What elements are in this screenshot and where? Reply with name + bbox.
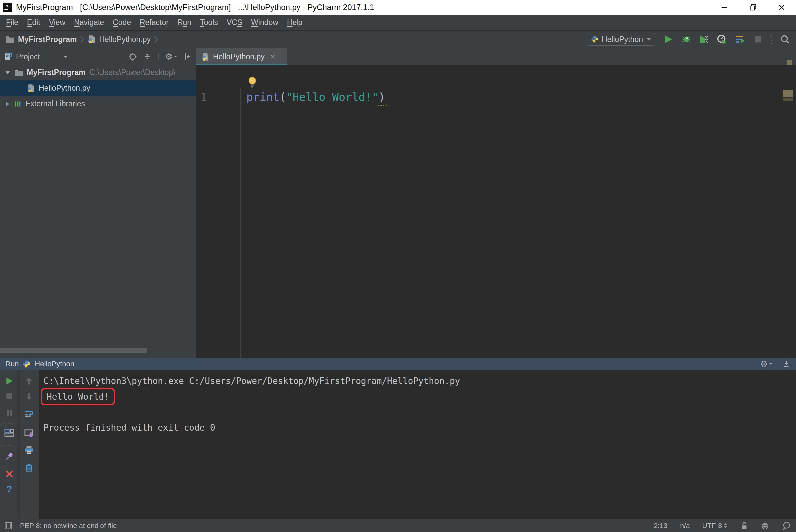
pause-output-button[interactable]: [4, 407, 15, 419]
project-root-path: C:\Users\Power\Desktop\: [89, 68, 175, 77]
warning-stripe-mark[interactable]: [783, 98, 793, 101]
menu-item-navigate[interactable]: Navigate: [70, 18, 108, 27]
run-button[interactable]: [663, 34, 673, 44]
window-title: MyFirstProgram - [C:\Users\Power\Desktop…: [16, 3, 374, 12]
project-tool-window: Project ⚙: [0, 48, 196, 358]
code-line-1: print("Hello World!"): [246, 91, 385, 104]
tree-row-hellopython-file[interactable]: HelloPython.py: [0, 80, 196, 96]
console-line-output: Hello World!: [47, 392, 109, 402]
event-log-balloon-icon[interactable]: [782, 521, 791, 530]
minimize-button[interactable]: [710, 0, 739, 15]
status-bar: PEP 8: no newline at end of file 2:13 n/…: [0, 519, 796, 532]
scroll-to-end-button[interactable]: [23, 428, 35, 439]
restore-layout-button[interactable]: [4, 427, 15, 439]
run-with-coverage-button[interactable]: [699, 34, 709, 44]
hide-panel-icon[interactable]: [183, 52, 192, 61]
folder-icon: [14, 69, 23, 77]
run-console[interactable]: C:\Intel\Python3\python.exe C:/Users/Pow…: [39, 370, 796, 519]
stop-button[interactable]: [753, 34, 763, 44]
menu-item-vcs[interactable]: VCS: [222, 18, 247, 27]
print-button[interactable]: [23, 444, 35, 456]
external-libraries-icon: [14, 100, 22, 108]
hide-tool-window-icon[interactable]: [782, 360, 791, 368]
tree-collapsed-arrow-icon[interactable]: [3, 101, 13, 107]
lock-open-icon[interactable]: [740, 521, 748, 530]
menu-item-tools[interactable]: Tools: [196, 18, 222, 27]
run-config-name: HelloPython: [35, 360, 74, 368]
close-tool-window-button[interactable]: [4, 469, 15, 480]
chevron-right-icon: [80, 36, 84, 43]
toolbar-separator: [771, 35, 772, 44]
close-window-button[interactable]: [767, 0, 796, 15]
search-everywhere-icon[interactable]: [780, 34, 790, 44]
python-file-icon: [87, 35, 96, 43]
run-configuration-select[interactable]: HelloPython: [587, 33, 655, 45]
horizontal-scrollbar-thumb[interactable]: [0, 348, 147, 353]
breadcrumb-project[interactable]: MyFirstProgram: [18, 35, 76, 44]
weak-warning-squiggle: [378, 105, 388, 107]
annotation-red-box: Hello World!: [41, 388, 115, 405]
project-panel-title[interactable]: Project: [16, 52, 40, 61]
pycharm-logo-icon: PC: [3, 3, 12, 12]
down-stack-trace-button[interactable]: [23, 391, 35, 402]
settings-gear-icon[interactable]: ⚙: [760, 360, 773, 368]
project-view-icon: [4, 52, 13, 61]
soft-wrap-button[interactable]: [23, 408, 35, 419]
edit-configurations-button[interactable]: [735, 34, 745, 44]
rerun-button[interactable]: [4, 375, 15, 387]
tree-row-external-libraries[interactable]: External Libraries: [0, 96, 196, 112]
python-file-icon: [26, 84, 35, 93]
hector-inspector-icon[interactable]: [761, 521, 770, 530]
menu-item-file[interactable]: File: [2, 18, 23, 27]
run-configuration-label: HelloPython: [602, 35, 643, 44]
clear-all-button[interactable]: [23, 462, 35, 473]
code-token-open-paren: (: [279, 91, 286, 104]
menu-item-refactor[interactable]: Refactor: [135, 18, 173, 27]
restore-button[interactable]: [739, 0, 767, 15]
code-editor[interactable]: 1 print("Hello World!"): [196, 65, 796, 358]
toggle-tool-window-icon[interactable]: [4, 521, 13, 530]
run-panel-title: Run: [5, 360, 19, 368]
chevron-down-icon[interactable]: [63, 55, 68, 58]
tab-hellopython[interactable]: HelloPython.py: [196, 48, 287, 65]
warning-stripe-mark[interactable]: [783, 90, 793, 97]
status-message: PEP 8: no newline at end of file: [20, 522, 117, 530]
breadcrumb-file[interactable]: HelloPython.py: [99, 35, 151, 44]
navigation-bar: MyFirstProgram HelloPython.py HelloPytho…: [0, 31, 796, 48]
run-toolbar-column-1: ?: [0, 370, 19, 519]
menu-item-window[interactable]: Window: [247, 18, 283, 27]
run-panel-header: Run HelloPython ⚙: [0, 358, 796, 370]
svg-text:PC: PC: [4, 4, 10, 8]
intention-lightbulb-icon[interactable]: [248, 77, 257, 88]
tree-expanded-arrow-icon[interactable]: [3, 71, 13, 75]
encoding-widget[interactable]: UTF-8: [703, 522, 728, 530]
run-with-profiler-button[interactable]: [717, 34, 727, 44]
menu-item-run[interactable]: Run: [173, 18, 196, 27]
inspection-status-widget[interactable]: [787, 60, 792, 65]
caret-position[interactable]: 2:13: [654, 522, 667, 530]
pin-tab-button[interactable]: [4, 451, 15, 462]
console-line-exit: Process finished with exit code 0: [43, 423, 215, 433]
breadcrumb: MyFirstProgram HelloPython.py: [5, 35, 158, 44]
collapse-all-icon[interactable]: [143, 52, 152, 61]
tab-label: HelloPython.py: [213, 52, 265, 61]
tree-row-project-root[interactable]: MyFirstProgram C:\Users\Power\Desktop\: [0, 65, 196, 80]
up-stack-trace-button[interactable]: [23, 375, 35, 387]
debug-button[interactable]: [681, 34, 691, 44]
run-panel-body: ?: [0, 370, 796, 519]
chevron-down-icon: [646, 38, 651, 41]
menu-bar: File Edit View Navigate Code Refactor Ru…: [0, 15, 796, 31]
python-icon: [591, 36, 598, 43]
menu-item-code[interactable]: Code: [108, 18, 135, 27]
python-icon: [23, 360, 31, 368]
menu-item-view[interactable]: View: [44, 18, 70, 27]
stop-process-button[interactable]: [4, 391, 15, 402]
menu-item-edit[interactable]: Edit: [23, 18, 44, 27]
help-button[interactable]: ?: [4, 484, 15, 495]
menu-item-help[interactable]: Help: [283, 18, 307, 27]
tab-close-icon[interactable]: [270, 54, 275, 59]
locate-file-icon[interactable]: [128, 52, 137, 61]
run-toolbar-column-2: [19, 370, 39, 519]
settings-gear-icon[interactable]: ⚙: [165, 52, 177, 61]
line-separator-indicator[interactable]: n/a: [680, 522, 689, 530]
